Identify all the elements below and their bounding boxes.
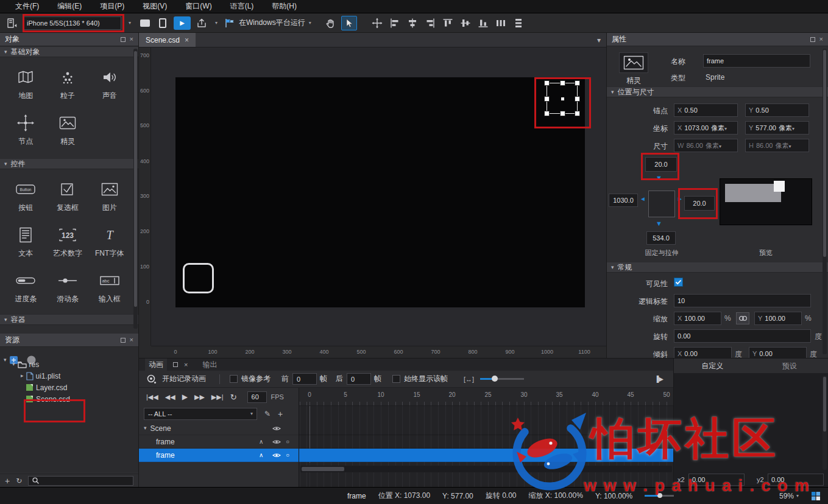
orientation-landscape-button[interactable]	[138, 16, 152, 30]
timeline-grid[interactable]	[299, 406, 673, 487]
ninepatch-top-input[interactable]: 20.0	[645, 157, 677, 172]
menu-project[interactable]: 项目(P)	[91, 0, 133, 13]
tree-file-layer-csd[interactable]: Layer.csd	[0, 382, 138, 393]
play-button[interactable]: ▶	[174, 16, 191, 30]
tree-folder-res[interactable]: ▾ res	[0, 359, 138, 370]
publish-button[interactable]	[195, 16, 208, 30]
play-frames-button[interactable]: ▶	[182, 393, 188, 401]
section-position-size[interactable]: ▾ 位置与尺寸	[607, 86, 828, 97]
tab-preset[interactable]: 预设	[751, 361, 828, 371]
selected-track-keyframe-bar[interactable]	[299, 449, 673, 462]
menu-edit[interactable]: 编辑(E)	[48, 0, 91, 13]
float-panel-icon[interactable]	[121, 37, 126, 42]
add-animation-icon[interactable]: +	[278, 409, 283, 419]
new-scene-button[interactable]	[5, 16, 18, 30]
align-middle-v-button[interactable]	[459, 16, 472, 30]
transform-tool-button[interactable]	[370, 16, 384, 30]
skip-end-button[interactable]: ▶▶|	[211, 393, 224, 401]
menu-file[interactable]: 文件(F)	[6, 0, 48, 13]
tab-custom[interactable]: 自定义	[674, 361, 751, 371]
x2-input[interactable]: 0.00	[688, 474, 745, 486]
after-frames-input[interactable]: 0	[347, 373, 371, 385]
menu-window[interactable]: 窗口(W)	[176, 0, 221, 13]
range-icon[interactable]: [↔]	[464, 376, 474, 383]
tree-file-ui1-plist[interactable]: ▸ ui1.plist	[0, 370, 138, 382]
collapse-up-icon[interactable]: ∧	[259, 452, 263, 458]
float-panel-icon[interactable]	[173, 362, 178, 367]
object-item-map[interactable]: 地图	[5, 61, 47, 107]
skip-start-button[interactable]: |◀◀	[146, 393, 158, 401]
record-icon[interactable]	[146, 374, 157, 385]
device-select-input[interactable]: iPhone 5/5S(1136 * 640)	[23, 16, 121, 30]
ninepatch-left-input[interactable]: 1030.0	[609, 194, 638, 207]
object-item-sound[interactable]: 声音	[88, 61, 130, 107]
section-general[interactable]: ▾ 常规	[607, 262, 828, 273]
lock-circle-icon[interactable]: ○	[286, 438, 289, 445]
track-filter-select[interactable]: -- ALL --▾	[144, 408, 257, 420]
align-center-h-button[interactable]	[406, 16, 419, 30]
before-frames-input[interactable]: 0	[292, 373, 317, 385]
menu-help[interactable]: 帮助(H)	[263, 0, 306, 13]
position-x-input[interactable]: X1073.00像素▾	[674, 121, 738, 135]
fps-input[interactable]: 60	[247, 391, 267, 403]
control-item-slider[interactable]: 滑动条	[47, 264, 89, 310]
visibility-eye-icon[interactable]	[272, 439, 281, 445]
close-icon[interactable]: ×	[819, 36, 823, 43]
canvas-viewport[interactable]	[151, 47, 606, 346]
close-icon[interactable]: ×	[130, 36, 133, 43]
object-item-sprite[interactable]: 精灵	[47, 107, 89, 152]
tree-file-scene-csd[interactable]: Scene.csd	[0, 393, 138, 405]
device-dropdown-button[interactable]: ▾	[126, 16, 134, 30]
visibility-eye-icon[interactable]	[272, 452, 281, 458]
size-w-input[interactable]: W86.00像素▾	[674, 139, 738, 152]
close-tab-icon[interactable]: ×	[185, 36, 189, 44]
menu-view[interactable]: 视图(V)	[133, 0, 176, 13]
timeline-ruler[interactable]: 0 5 10 15 20 25 30 35 40 45 50	[299, 388, 673, 406]
distribute-v-button[interactable]	[512, 16, 525, 30]
ninepatch-center-box[interactable]	[648, 191, 675, 217]
control-item-textfield[interactable]: abc 输入框	[88, 264, 130, 310]
tab-output[interactable]: 输出	[199, 359, 221, 371]
timeline-h-scrollbar[interactable]	[300, 466, 672, 472]
resource-search-input[interactable]	[28, 476, 133, 486]
timeline[interactable]: 0 5 10 15 20 25 30 35 40 45 50	[299, 388, 673, 487]
loop-button[interactable]: ↻	[230, 393, 237, 402]
section-controls[interactable]: ▾ 控件	[0, 158, 138, 169]
onion-slider[interactable]	[480, 378, 524, 380]
properties-scrollbar[interactable]	[823, 49, 827, 354]
object-item-node[interactable]: 节点	[5, 107, 47, 152]
align-left-button[interactable]	[388, 16, 402, 30]
play-animation-button[interactable]: ▐▶	[654, 376, 663, 382]
hand-tool-button[interactable]	[324, 16, 337, 30]
control-item-image[interactable]: 图片	[88, 173, 130, 219]
object-item-particle[interactable]: 粒子	[47, 61, 89, 107]
objects-scrollbar[interactable]	[133, 49, 138, 329]
tag-input[interactable]: 10	[674, 294, 811, 307]
tab-scene-csd[interactable]: Scene.csd ×	[139, 33, 196, 47]
align-right-button[interactable]	[423, 16, 437, 30]
custom-scrollbar[interactable]	[823, 376, 827, 470]
anchor-y-input[interactable]: Y0.50	[745, 103, 809, 117]
mirror-checkbox[interactable]	[230, 375, 238, 383]
frame-sprite-bottom-left[interactable]	[183, 263, 214, 293]
rotation-input[interactable]: 0.00	[674, 329, 811, 343]
control-item-progressbar[interactable]: 进度条	[5, 264, 47, 310]
menu-language[interactable]: 语言(L)	[221, 0, 263, 13]
select-tool-button[interactable]	[341, 16, 357, 30]
y2-input[interactable]: 0.00	[768, 474, 824, 486]
section-basic-objects[interactable]: ▾ 基础对象	[0, 46, 138, 57]
selected-sprite-selection[interactable]	[547, 83, 578, 114]
ninepatch-bottom-input[interactable]: 534.0	[646, 231, 676, 245]
scale-y-input[interactable]: Y100.00	[754, 312, 802, 325]
control-item-checkbox[interactable]: 复选框	[47, 173, 89, 219]
refresh-button[interactable]: ↻	[16, 477, 22, 485]
ninepatch-right-input[interactable]: 20.0	[684, 196, 715, 211]
align-bottom-button[interactable]	[476, 16, 490, 30]
scale-x-input[interactable]: X100.00	[674, 312, 721, 325]
track-row-scene[interactable]: ▾ Scene	[139, 422, 299, 435]
scene-canvas[interactable]	[175, 77, 585, 307]
close-icon[interactable]: ×	[184, 362, 188, 368]
visibility-eye-icon[interactable]	[272, 425, 281, 432]
lock-circle-icon[interactable]: ○	[286, 452, 289, 458]
position-y-input[interactable]: Y577.00像素▾	[745, 121, 809, 135]
